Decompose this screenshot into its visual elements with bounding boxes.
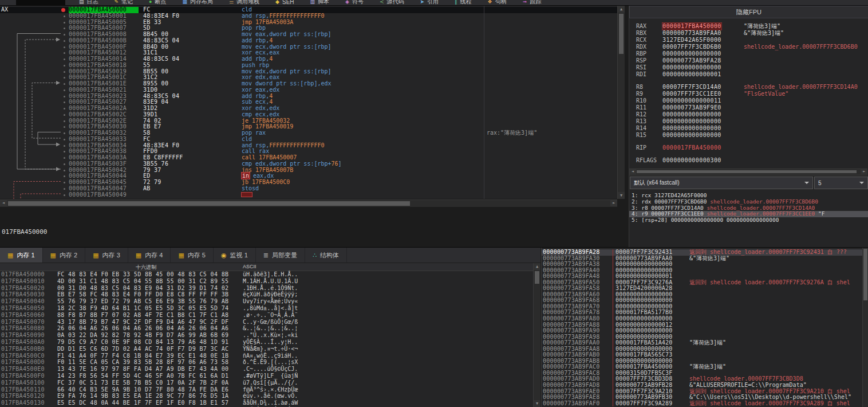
argument-depth-select[interactable]: 5	[814, 177, 868, 189]
toolbar-tab[interactable]: ➤引用	[413, 0, 447, 6]
dump-address: 017FBA4500A0	[1, 339, 45, 346]
scroll-left-icon[interactable]: ◄	[0, 200, 7, 206]
stack-row[interactable]: 000000773AB9FA2800007FF7F3C92431返回到 shel…	[542, 249, 863, 256]
dump-row[interactable]: 017FBA4500E013 43 7E 16 97 97 8F FA D4 A…	[0, 366, 532, 373]
register-row[interactable]: R130000000000000000	[629, 118, 868, 125]
register-row[interactable]: RSI0000000000000000	[629, 64, 868, 71]
memory-dump-pane[interactable]: 十六进制 ASCII 017FBA450000FC 48 83 E4 F0 EB…	[0, 263, 540, 407]
disassembly-hscrollbar[interactable]: ◄ ►	[0, 199, 617, 207]
scroll-right-icon[interactable]: ►	[610, 200, 617, 206]
stack-vscrollbar[interactable]	[862, 248, 868, 407]
dump-vscrollbar[interactable]: ▲ ▼	[533, 263, 540, 407]
toolbar-tab[interactable]: ➟跟踪	[515, 0, 549, 6]
dump-row[interactable]: 017FBA4500C0F1 41 A4 0F 77 F4 C8 1B 84 E…	[0, 353, 532, 359]
bottom-tab-监视-1[interactable]: ◉监视 1	[214, 248, 256, 263]
register-row[interactable]: RSP000000773AB9FA28	[629, 57, 868, 64]
bottom-tab-内存-5[interactable]: ▦内存 5	[171, 248, 214, 263]
toolbar-tab[interactable]: ▦内存布局	[175, 0, 221, 6]
argument-row[interactable]: 5: [rsp+28] 0000000000000000 00000000000…	[629, 217, 868, 224]
dump-row[interactable]: 017FBA450030EB E7 58 FC 48 83 E4 F0 FF D…	[0, 291, 532, 298]
dump-row[interactable]: 017FBA4500A079 D5 C9 A7 C0 0E 9F 08 CD 8…	[0, 339, 532, 346]
toolbar-tab[interactable]: ✎笔记	[107, 0, 141, 6]
stack-pane[interactable]: 000000773AB9FA2800007FF7F3C92431返回到 shel…	[541, 248, 868, 407]
bottom-tab-结构体[interactable]: ∴结构体	[305, 248, 347, 263]
disasm-row[interactable]: 0000017FBA45003F3B55 76cmp edx,dword ptr…	[0, 161, 617, 167]
register-name: R13	[636, 118, 646, 125]
toolbar-tab[interactable]: ☰调用堆栈	[222, 0, 267, 6]
disasm-row[interactable]: 0000017FBA45002C39D1cmp ecx,edx	[0, 112, 617, 118]
dump-row[interactable]: 017FBA45007043 17 8B 79 B7 47 9C 2F DF F…	[0, 319, 532, 326]
stack-comment: 返回到 shellcode_loader.00007FF7F3C9A210 自 …	[689, 389, 850, 395]
dump-row[interactable]: 017FBA4500104D 00 31 C1 48 83 C5 04 55 8…	[0, 278, 532, 285]
top-toolbar: ▤日志✎笔记●断点▦内存布局☰调用堆栈◆SEH▥脚本◈符号≺源代码➤引用∥线程❖…	[0, 0, 868, 6]
dump-row[interactable]: 017FBA45004055 76 79 37 ED 72 79 AB C5 E…	[0, 298, 532, 305]
toolbar-tab[interactable]: ∥线程	[447, 0, 479, 6]
dump-row[interactable]: 017FBA4500900A 03 22 DA 92 82 78 92 4B F…	[0, 332, 532, 339]
register-row[interactable]: RCX3127ED42A65F0000	[629, 37, 868, 44]
dump-ascii: .1ÐH.Å..é.1Ò9Ñt.	[243, 285, 298, 292]
dump-row[interactable]: 017FBA45006088 F8 B7 8B F7 07 02 A8 4F 7…	[0, 312, 532, 319]
bottom-tab-label: 内存 1	[17, 251, 34, 260]
script-icon: ▥	[310, 0, 315, 5]
disasm-row[interactable]: 0000017FBA450049	[0, 192, 617, 198]
bottom-tab-内存-3[interactable]: ▦内存 3	[85, 248, 128, 263]
stack-row[interactable]: 000000773AB9FAF000007FF7F3C9A289返回到 shel…	[542, 401, 863, 407]
disassembly-vscrollbar[interactable]: ▲ ▼	[617, 6, 625, 199]
toolbar-tab[interactable]: ●断点	[141, 0, 173, 6]
register-row[interactable]: RBX000000773AB9FAA0&"薄荷痣3]端"	[629, 30, 868, 37]
dump-row[interactable]: 017FBA45002000 31 D0 48 83 C5 04 83 E9 0…	[0, 285, 532, 292]
register-row[interactable]: R100000000000000011	[629, 97, 868, 104]
scroll-left-icon[interactable]: ◄	[629, 169, 636, 174]
toolbar-tab[interactable]: ▤日志	[72, 0, 106, 6]
scroll-right-icon[interactable]: ►	[861, 169, 867, 174]
calling-convention-select[interactable]: 默认 (x64 fastcall)	[630, 177, 813, 189]
dump-row[interactable]: 017FBA450000FC 48 83 E4 F0 EB 33 5D 8B 4…	[0, 271, 532, 278]
dump-row[interactable]: 017FBA45008026 06 04 A6 26 06 04 A6 26 0…	[0, 325, 532, 332]
register-row[interactable]: RBP0000000000000000	[629, 50, 868, 57]
toolbar-tab[interactable]: ◆SEH	[268, 0, 301, 6]
bottom-tab-内存-2[interactable]: ▦内存 2	[43, 248, 86, 263]
register-row[interactable]: RIP0000017FBA450000	[629, 144, 868, 151]
disasm-row[interactable]: 0000017FBA450047ABstosd	[0, 186, 617, 192]
dump-row[interactable]: 017FBA4500D0F0 11 5E CA 05 CA 39 83 5B 2…	[0, 359, 532, 366]
register-row[interactable]: R140000000000000000	[629, 125, 868, 132]
register-row[interactable]: RDX00007FF7F3CBD6B0shellcode_loader.0000…	[629, 44, 868, 50]
bottom-tab-内存-4[interactable]: ▦内存 4	[128, 248, 171, 263]
register-row[interactable]: R11000000773AB9F9E0	[629, 104, 868, 111]
dump-row[interactable]: 017FBA4500B0DD D1 E5 C6 6D 7D 02 A4 AC 7…	[0, 346, 532, 353]
stack-row[interactable]: 000000773AB9FAD8000000773AB9FB28&"ALLUSE…	[542, 382, 863, 389]
disasm-row[interactable]: 0000017FBA45002131D0xor eax,edx	[0, 87, 617, 93]
stack-row[interactable]: 000000773AB9FA800000000000000000	[542, 316, 863, 322]
dump-hex-bytes: E5 E5 DC 48 0A 44 BE 1F 7F EF 1F E0 F8 1…	[57, 400, 228, 406]
register-row[interactable]: RFLAGS0000000000000300	[629, 157, 868, 164]
dump-row[interactable]: 017FBA4500F014 23 F8 56 54 FF 5D 4C 46 5…	[0, 373, 532, 379]
hide-fpu-label: 隐藏FPU	[736, 8, 762, 17]
dump-ascii: .#øVTÿ]LF_ {üajÑ	[243, 373, 298, 379]
dump-row[interactable]: 017FBA450130E5 E5 DC 48 0A 44 BE 1F 7F E…	[0, 400, 532, 406]
toolbar-tab[interactable]: ❖句柄	[480, 0, 514, 6]
dump-row[interactable]: 017FBA45011066 40 C4 B3 5E 9A 9B 10 D7 7…	[0, 386, 532, 393]
toolbar-tab[interactable]: ▥脚本	[303, 0, 337, 6]
registers-hscrollbar[interactable]: ◄ ►	[629, 169, 867, 175]
toolbar-tab[interactable]: ◈符号	[338, 0, 371, 6]
scroll-up-icon[interactable]: ▲	[618, 6, 625, 13]
scroll-up-icon[interactable]: ▲	[534, 263, 540, 270]
bottom-tab-局部变量[interactable]: ≣局部变量	[256, 248, 305, 263]
scroll-down-icon[interactable]: ▼	[534, 400, 540, 407]
dump-row[interactable]: 017FBA45005018 2C 38 F9 4D 64 B1 1C 05 E…	[0, 305, 532, 312]
register-row[interactable]: R150000000000000000	[629, 132, 868, 139]
register-row[interactable]: RAX0000017FBA450000"薄荷痣3]端"	[629, 23, 868, 30]
toolbar-tab[interactable]: ≺源代码	[372, 0, 412, 6]
register-row[interactable]: R900007FF7F3CC1EE0"FlsGetValue"	[629, 91, 868, 97]
dump-row[interactable]: 017FBA450100FC 37 0C 51 73 EE 5B 7B B5 C…	[0, 379, 532, 386]
argument-symbol: shellcode_loader.00007FF7F3CBD6B0	[710, 198, 818, 205]
disassembly-pane[interactable]: 0000017FBA450000FCcld0000017FBA45000148:…	[0, 6, 617, 199]
bottom-tab-内存-1[interactable]: ▦内存 1	[0, 248, 43, 263]
register-row[interactable]: RDI0000000000000001	[629, 71, 868, 78]
disasm-row[interactable]: 0000017FBA45000148:83E4 F0and rsp,FFFFFF…	[0, 13, 617, 19]
scroll-down-icon[interactable]: ▼	[618, 192, 625, 199]
hide-fpu-button[interactable]: 隐藏FPU	[629, 6, 868, 18]
dump-row[interactable]: 017FBA450120E9 FA 76 14 9B 83 E5 EA 1E 2…	[0, 393, 532, 400]
register-row[interactable]: R120000000000000000	[629, 111, 868, 118]
register-row[interactable]: R800007FF7F3CD14A0shellcode_loader.00007…	[629, 84, 868, 91]
